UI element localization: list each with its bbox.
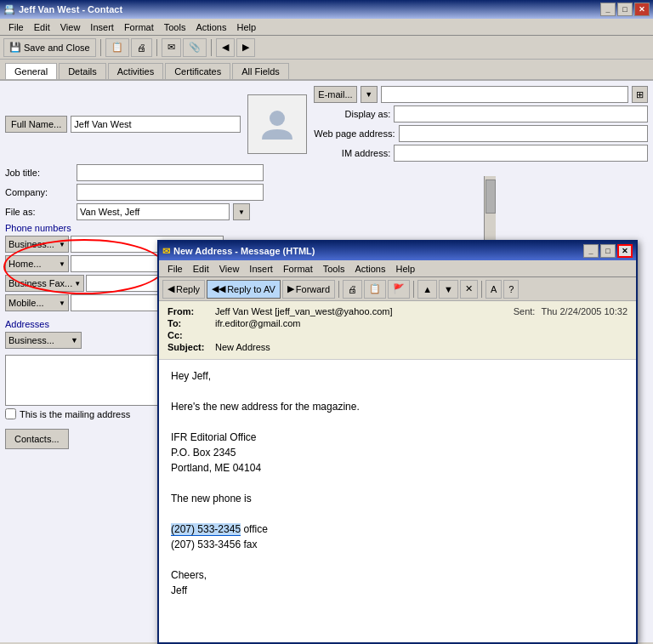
display-as-input[interactable] [394, 105, 648, 123]
phone-fax-arrow: ▼ [74, 280, 81, 288]
menu-file[interactable]: File [3, 20, 29, 34]
window-title: Jeff Van West - Contact [19, 4, 122, 14]
email-close-button[interactable]: ✕ [617, 244, 633, 258]
body-line5: IFR Editorial Office [171, 430, 624, 445]
mail-button[interactable]: ✉ [162, 38, 181, 57]
maximize-button[interactable]: □ [617, 3, 633, 16]
file-as-row: File as: ▼ [5, 203, 648, 220]
im-address-input[interactable] [394, 145, 648, 162]
sent-label: Sent: [514, 306, 536, 316]
email-toolbar: ◀ Reply ◀◀ Reply to AV ▶ Forward 🖨 📋 🚩 ▲… [159, 277, 636, 301]
right-fields: E-mail... ▼ ⊞ Display as: Web page addre… [314, 86, 648, 162]
menu-help[interactable]: Help [231, 20, 261, 34]
phone-home-button[interactable]: Home... ▼ [5, 255, 69, 272]
email-menu-format[interactable]: Format [278, 262, 318, 276]
email-maximize-button[interactable]: □ [600, 244, 616, 258]
email-menu-help[interactable]: Help [390, 262, 420, 276]
email-menu-file[interactable]: File [162, 262, 188, 276]
email-dropdown-button[interactable]: ▼ [361, 86, 378, 103]
company-input[interactable] [77, 184, 264, 201]
email-extra-button[interactable]: ⊞ [632, 86, 648, 103]
forward-button[interactable]: ▶ [236, 38, 255, 57]
web-page-input[interactable] [399, 125, 649, 142]
contacts-button[interactable]: Contacts... [5, 429, 69, 449]
tab-general[interactable]: General [5, 63, 57, 79]
menu-edit[interactable]: Edit [29, 20, 55, 34]
phone-fax-button[interactable]: Business Fax... ▼ [5, 275, 84, 292]
reply-all-button[interactable]: ◀◀ Reply to AV [207, 280, 281, 299]
tab-details[interactable]: Details [59, 63, 106, 79]
phone-business-button[interactable]: Business... ▼ [5, 236, 69, 253]
delete-button[interactable]: ✕ [460, 280, 478, 299]
file-as-input[interactable] [77, 203, 230, 220]
font-button[interactable]: A [485, 280, 502, 299]
menu-view[interactable]: View [55, 20, 86, 34]
from-value: Jeff Van West [jeff_van_west@yahoo.com] [215, 306, 392, 316]
to-value: ifr.editor@gmail.com [215, 318, 300, 328]
attach-button[interactable]: 📎 [183, 38, 207, 57]
tab-activities[interactable]: Activities [108, 63, 163, 79]
email-window: ✉ New Address - Message (HTML) _ □ ✕ Fil… [157, 240, 638, 644]
print-email-button[interactable]: 🖨 [343, 280, 362, 299]
reply-button[interactable]: ◀ Reply [162, 280, 205, 299]
save-close-button[interactable]: 💾 Save and Close [3, 38, 96, 57]
email-label-button[interactable]: E-mail... [314, 86, 356, 103]
reply-icon: ◀ [168, 283, 174, 294]
email-window-title: New Address - Message (HTML) [173, 246, 315, 256]
email-menu-view[interactable]: View [214, 262, 245, 276]
cc-label: Cc: [168, 330, 210, 340]
menu-tools[interactable]: Tools [159, 20, 191, 34]
phone-highlight-text: (207) 533-2345 [171, 523, 241, 536]
address-input[interactable] [5, 355, 158, 406]
move-down-button[interactable]: ▼ [439, 280, 458, 299]
email-minimize-button[interactable]: _ [583, 244, 599, 258]
address-type-button[interactable]: Business... ▼ [5, 332, 82, 349]
phone1-rest: office [241, 523, 268, 535]
forward-button[interactable]: ▶ Forward [282, 280, 335, 299]
email-envelope-icon: ✉ [162, 246, 170, 257]
tabs-bar: General Details Activities Certificates … [0, 60, 653, 81]
menu-bar: File Edit View Insert Format Tools Actio… [0, 19, 653, 36]
help-email-button[interactable]: ? [503, 280, 519, 299]
flag-button[interactable]: 🚩 [388, 280, 410, 299]
email-menu-insert[interactable]: Insert [244, 262, 278, 276]
email-body: Hey Jeff, Here's the new address for the… [159, 360, 636, 642]
phone-mobile-button[interactable]: Mobile... ▼ [5, 294, 69, 311]
tab-all-fields[interactable]: All Fields [232, 63, 289, 79]
email-menu-tools[interactable]: Tools [318, 262, 350, 276]
im-address-label: IM address: [314, 148, 390, 158]
reply-all-icon: ◀◀ [212, 283, 225, 294]
menu-insert[interactable]: Insert [85, 20, 119, 34]
menu-format[interactable]: Format [119, 20, 159, 34]
email-menu-actions[interactable]: Actions [349, 262, 390, 276]
print-button[interactable]: 🖨 [131, 38, 152, 57]
window-icon: 📇 [3, 4, 15, 15]
job-title-input[interactable] [77, 164, 264, 181]
closing-line: Cheers, [171, 567, 624, 583]
scrollbar-thumb[interactable] [485, 180, 496, 214]
body-line6: P.O. Box 2345 [171, 445, 624, 460]
email-menu-bar: File Edit View Insert Format Tools Actio… [159, 260, 636, 277]
body-line10 [171, 506, 624, 521]
back-button[interactable]: ◀ [216, 38, 235, 57]
email-menu-edit[interactable]: Edit [188, 262, 214, 276]
mailing-checkbox[interactable] [5, 408, 16, 419]
full-name-button[interactable]: Full Name... [5, 116, 67, 133]
tab-certificates[interactable]: Certificates [165, 63, 230, 79]
clipboard-button[interactable]: 📋 [105, 38, 129, 57]
job-title-row: Job title: [5, 164, 648, 181]
to-row: To: ifr.editor@gmail.com [168, 318, 627, 328]
full-name-input[interactable] [71, 116, 241, 133]
email-input[interactable] [381, 86, 628, 103]
subject-value: New Address [215, 342, 270, 352]
body-line11 [171, 552, 624, 567]
menu-actions[interactable]: Actions [190, 20, 231, 34]
company-label: Company: [5, 187, 73, 197]
minimize-button[interactable]: _ [600, 3, 616, 16]
from-label: From: [168, 306, 210, 316]
close-button[interactable]: ✕ [634, 3, 650, 16]
move-up-button[interactable]: ▲ [417, 280, 437, 299]
file-as-dropdown[interactable]: ▼ [233, 203, 250, 220]
address-dropdown-arrow: ▼ [71, 336, 78, 345]
copy-button[interactable]: 📋 [364, 280, 386, 299]
